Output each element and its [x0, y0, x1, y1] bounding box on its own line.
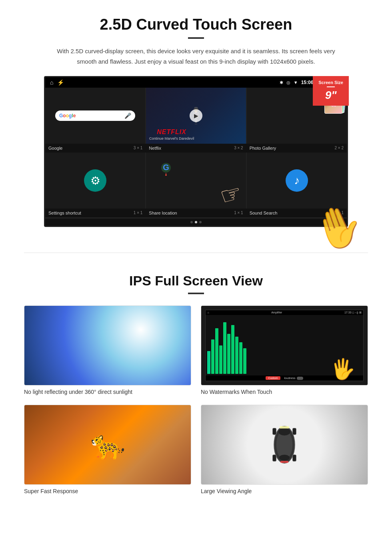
custom-button[interactable]: Custom: [266, 376, 280, 380]
amp-header: ⌂ Amplifier 17:33 ◻ ◁) ⊠: [206, 310, 363, 315]
badge-size: 9": [318, 89, 343, 102]
gallery-label: Photo Gallery 2 × 2: [246, 144, 347, 153]
netflix-app-size: 3 × 2: [234, 146, 243, 151]
amp-hand-icon: 🖐: [330, 357, 355, 381]
title-divider: [188, 37, 204, 39]
section-ips-screen: IPS Full Screen View No light reflecting…: [0, 265, 392, 510]
eq-bar-4: [219, 345, 222, 374]
cheetah-visual: 🐆: [24, 405, 191, 484]
svg-point-5: [279, 455, 290, 461]
screen-size-badge: Screen Size 9": [313, 76, 349, 106]
netflix-content: NETFLIX Continue Marvel's Daredevil: [149, 128, 194, 141]
feature-cheetah: 🐆 Super Fast Response: [24, 405, 191, 494]
svg-rect-6: [272, 428, 276, 435]
netflix-app-cell[interactable]: 🕴 ▶ NETFLIX Continue Marvel's Daredevil: [146, 88, 246, 144]
wifi-icon: ▼: [294, 80, 298, 85]
status-time: 15:06: [301, 80, 314, 85]
device-mockup: Screen Size 9" ⌂ ⚡ ✱ ◎ ▼ 15:06 ◻ ◁) ⊠: [44, 76, 348, 227]
amp-title: Amplifier: [271, 311, 282, 314]
eq-bar-6: [227, 334, 230, 374]
eq-bar-5: [223, 322, 226, 374]
feature-car: Large Viewing Angle: [201, 405, 368, 494]
google-label: Google 3 × 1: [45, 144, 146, 153]
share-app-size: 1 × 1: [234, 211, 243, 215]
share-label: Share location 1 × 1: [146, 209, 246, 217]
eq-bar-7: [231, 325, 234, 374]
settings-app-cell[interactable]: ⚙: [45, 153, 145, 209]
section2-title: IPS Full Screen View: [24, 273, 368, 289]
settings-label: Settings shortcut 1 × 1: [45, 209, 146, 217]
sunlight-image: [24, 305, 191, 385]
section-divider: [24, 253, 368, 253]
google-app-name: Google: [48, 146, 62, 151]
settings-app-size: 1 × 1: [134, 211, 143, 215]
status-bar-left: ⌂ ⚡: [50, 79, 64, 86]
share-app-name: Share location: [149, 211, 177, 215]
cheetah-image: 🐆: [24, 405, 191, 485]
svg-rect-9: [292, 455, 296, 462]
amp-screen: ⌂ Amplifier 17:33 ◻ ◁) ⊠: [205, 310, 363, 381]
section2-divider: [188, 293, 204, 294]
settings-icon-circle: ⚙: [84, 169, 106, 192]
device-screen: ⌂ ⚡ ✱ ◎ ▼ 15:06 ◻ ◁) ⊠ ▭: [44, 76, 348, 227]
gallery-app-size: 2 × 2: [334, 146, 344, 151]
bluetooth-icon: ✱: [280, 80, 283, 85]
eq-bar-8: [235, 337, 238, 374]
eq-bar-3: [215, 328, 218, 374]
app-labels-row2: Settings shortcut 1 × 1 Share location 1…: [45, 209, 347, 219]
netflix-app-name: Netflix: [149, 146, 161, 151]
google-logo: Google: [59, 113, 76, 118]
section1-title: 2.5D Curved Touch Screen: [24, 16, 368, 33]
usb-icon: ⚡: [57, 79, 64, 86]
sunlight-label: No light reflecting under 360° direct su…: [24, 389, 191, 395]
svg-rect-7: [292, 428, 296, 435]
section1-description: With 2.5D curved-display screen, this de…: [56, 46, 336, 66]
badge-label: Screen Size: [318, 80, 343, 85]
app-labels-row1: Google 3 × 1 Netflix 3 × 2 Photo Gallery…: [45, 144, 347, 153]
pointing-hand-icon: ☞: [217, 178, 245, 209]
gallery-app-name: Photo Gallery: [250, 146, 276, 151]
app-grid-row2: ⚙ G ☞ ♪: [45, 153, 347, 209]
sound-label: Sound Search 1 × 1: [246, 209, 347, 217]
gear-icon: ⚙: [90, 174, 100, 187]
settings-app-name: Settings shortcut: [48, 211, 81, 215]
badge-divider: [327, 86, 335, 87]
feature-amplifier: ⌂ Amplifier 17:33 ◻ ◁) ⊠: [201, 305, 368, 395]
app-grid-row1: Google 🎤 🕴 ▶ NETFLIX Continue Marvel's D…: [45, 88, 347, 144]
dot-1[interactable]: [190, 221, 193, 223]
svg-text:G: G: [163, 163, 169, 172]
netflix-label: Netflix 3 × 2: [146, 144, 246, 153]
netflix-subtitle: Continue Marvel's Daredevil: [149, 136, 194, 141]
eq-bar-2: [211, 339, 214, 374]
pagination-dots: [45, 219, 347, 226]
share-location-app-cell[interactable]: G ☞: [146, 153, 246, 209]
amplifier-image: ⌂ Amplifier 17:33 ◻ ◁) ⊠: [201, 305, 368, 385]
sunlight-visual: [24, 306, 191, 385]
google-app-size: 3 × 1: [134, 146, 143, 151]
dot-2[interactable]: [195, 221, 197, 223]
eq-bar-10: [243, 348, 246, 374]
status-bar: ⌂ ⚡ ✱ ◎ ▼ 15:06 ◻ ◁) ⊠ ▭: [45, 77, 347, 88]
svg-rect-10: [280, 426, 289, 429]
section-curved-screen: 2.5D Curved Touch Screen With 2.5D curve…: [0, 0, 392, 241]
loudness-toggle[interactable]: [297, 377, 303, 380]
amp-time: 17:33 ◻ ◁) ⊠: [344, 311, 362, 314]
google-app-cell[interactable]: Google 🎤: [45, 88, 145, 144]
play-button[interactable]: ▶: [190, 109, 202, 122]
home-icon[interactable]: ⌂: [50, 79, 53, 86]
car-label: Large Viewing Angle: [201, 488, 368, 494]
svg-point-4: [278, 428, 290, 435]
cheetah-label: Super Fast Response: [24, 488, 191, 494]
google-search-bar[interactable]: Google 🎤: [55, 110, 135, 121]
sound-app-size: 1 × 1: [334, 211, 344, 215]
eq-bar-9: [239, 342, 242, 374]
feature-grid: No light reflecting under 360° direct su…: [24, 305, 368, 494]
amplifier-label: No Watermarks When Touch: [201, 389, 368, 395]
mic-icon[interactable]: 🎤: [124, 112, 131, 119]
dot-3[interactable]: [199, 221, 202, 223]
loudness-text: loudness: [284, 376, 303, 380]
car-image: [201, 405, 368, 485]
sound-search-app-cell[interactable]: ♪: [247, 153, 347, 209]
car-visual: [201, 405, 368, 484]
amplifier-visual: ⌂ Amplifier 17:33 ◻ ◁) ⊠: [201, 306, 368, 385]
